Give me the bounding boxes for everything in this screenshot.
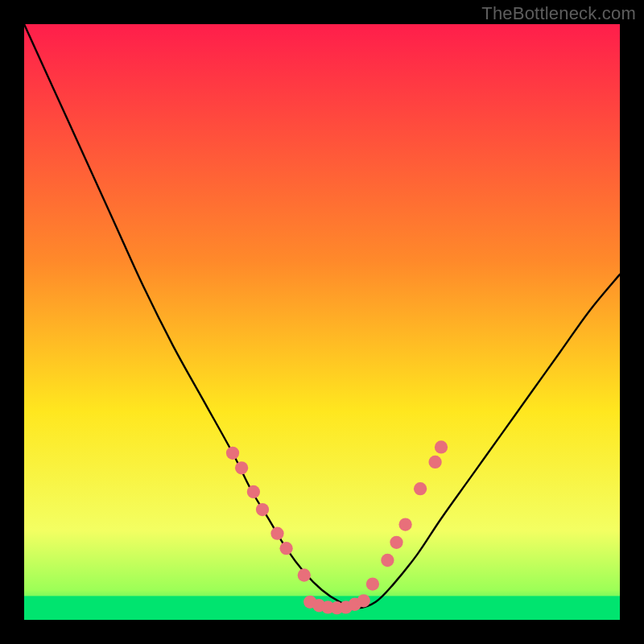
data-marker <box>428 456 441 469</box>
data-marker <box>390 536 402 549</box>
data-marker <box>398 518 411 530</box>
data-marker <box>279 542 292 555</box>
data-marker <box>435 440 448 453</box>
watermark-text: TheBottleneck.com <box>481 3 636 24</box>
chart-container: TheBottleneck.com <box>0 0 644 644</box>
data-marker <box>357 594 370 607</box>
data-marker <box>226 447 239 460</box>
gradient-background <box>24 24 620 620</box>
data-marker <box>381 554 394 567</box>
data-marker <box>256 503 269 516</box>
chart-svg <box>24 24 620 620</box>
data-marker <box>298 568 311 581</box>
data-marker <box>414 482 427 495</box>
plot-area <box>24 24 620 620</box>
data-marker <box>366 577 379 590</box>
data-marker <box>247 485 260 498</box>
data-marker <box>270 527 283 540</box>
data-marker <box>235 461 248 474</box>
